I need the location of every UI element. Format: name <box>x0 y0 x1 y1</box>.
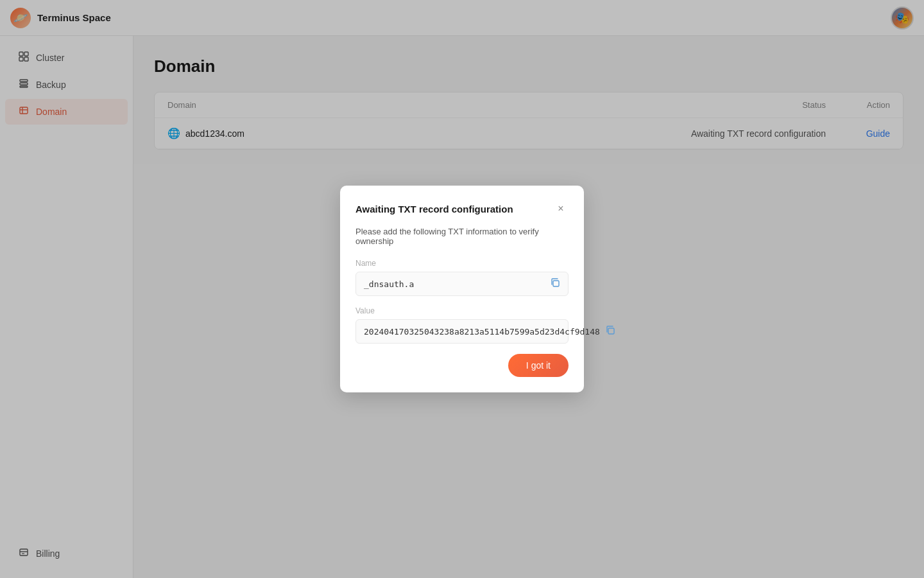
svg-rect-14 <box>608 328 614 334</box>
name-copy-icon[interactable] <box>550 277 560 290</box>
value-copy-icon[interactable] <box>605 325 615 338</box>
value-field-row: 202404170325043238a8213a5114b7599a5d23d4… <box>355 319 569 344</box>
value-label: Value <box>355 306 569 315</box>
modal: Awaiting TXT record configuration × Plea… <box>340 186 584 392</box>
modal-close-button[interactable]: × <box>553 201 569 216</box>
modal-header: Awaiting TXT record configuration × <box>355 201 569 216</box>
modal-subtitle: Please add the following TXT information… <box>355 227 569 246</box>
name-label: Name <box>355 259 569 268</box>
name-value: _dnsauth.a <box>364 279 545 289</box>
svg-rect-13 <box>553 281 559 286</box>
got-it-button[interactable]: I got it <box>508 354 569 377</box>
modal-title: Awaiting TXT record configuration <box>355 204 513 215</box>
name-field-row: _dnsauth.a <box>355 272 569 296</box>
modal-overlay: Awaiting TXT record configuration × Plea… <box>0 0 924 578</box>
value-field-container: Value 202404170325043238a8213a5114b7599a… <box>355 306 569 344</box>
modal-footer: I got it <box>355 354 569 377</box>
value-value: 202404170325043238a8213a5114b7599a5d23d4… <box>364 327 600 337</box>
name-field-container: Name _dnsauth.a <box>355 259 569 296</box>
